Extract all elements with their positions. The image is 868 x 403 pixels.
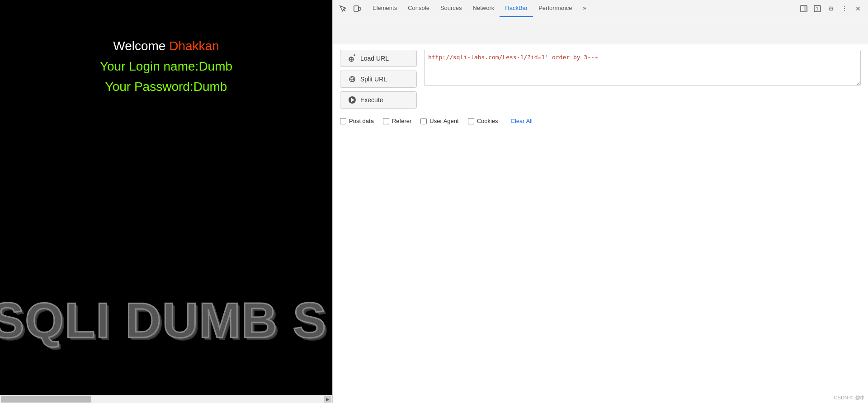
- scrollbar-thumb[interactable]: [1, 396, 91, 403]
- csdn-watermark: CSDN © 滋味: [834, 394, 864, 401]
- split-url-label: Split URL: [360, 76, 387, 83]
- toolbar-right-icons: 1 ⚙ ⋮ ✕: [797, 2, 864, 15]
- scroll-right-arrow[interactable]: ▶: [324, 396, 331, 403]
- user-agent-checkbox[interactable]: [420, 118, 427, 124]
- hackbar-button-group: Load URL Split URL: [340, 50, 417, 109]
- tab-console[interactable]: Console: [402, 0, 435, 17]
- referer-label: Referer: [392, 118, 411, 124]
- cursor-tool-icon[interactable]: [336, 2, 349, 15]
- svg-text:1: 1: [816, 6, 819, 11]
- device-toggle-icon[interactable]: [351, 2, 363, 15]
- tab-sources[interactable]: Sources: [435, 0, 467, 17]
- url-input[interactable]: [424, 50, 861, 86]
- more-options-icon[interactable]: ⋮: [838, 2, 851, 15]
- split-url-button[interactable]: Split URL: [340, 71, 417, 88]
- console-badge-area: 1: [811, 2, 824, 15]
- sqli-logo: SQLI DUMB S: [0, 291, 327, 349]
- referer-option[interactable]: Referer: [383, 118, 411, 124]
- load-url-button[interactable]: Load URL: [340, 50, 417, 67]
- cookies-option[interactable]: Cookies: [468, 118, 498, 124]
- tab-network[interactable]: Network: [467, 0, 500, 17]
- post-data-label: Post data: [349, 118, 374, 124]
- devtools-toolbar: Elements Console Sources Network HackBar…: [333, 0, 868, 17]
- svg-line-0: [344, 9, 345, 11]
- svg-rect-4: [804, 5, 807, 12]
- devtools-tabs: Elements Console Sources Network HackBar…: [367, 0, 796, 17]
- devtools-main-content: [333, 128, 868, 403]
- hackbar-options-row: Post data Referer User Agent Cookies Cle…: [333, 114, 868, 128]
- welcome-label: Welcome Dhakkan: [113, 39, 219, 53]
- password-info: Your Password:Dumb: [100, 77, 232, 97]
- post-data-option[interactable]: Post data: [340, 118, 374, 124]
- svg-rect-2: [359, 7, 360, 10]
- execute-icon: [348, 95, 357, 104]
- referer-checkbox[interactable]: [383, 118, 389, 124]
- cookies-label: Cookies: [477, 118, 498, 124]
- svg-rect-1: [354, 6, 359, 11]
- settings-icon[interactable]: ⚙: [825, 2, 837, 15]
- clear-all-button[interactable]: Clear All: [511, 118, 533, 124]
- devtools-panel: Elements Console Sources Network HackBar…: [332, 0, 868, 403]
- hackbar-url-row: Load URL Split URL: [333, 44, 868, 114]
- welcome-name: Dhakkan: [169, 39, 219, 53]
- tab-performance[interactable]: Performance: [533, 0, 577, 17]
- hackbar-separator: [333, 17, 868, 44]
- tab-elements[interactable]: Elements: [367, 0, 402, 17]
- close-devtools-icon[interactable]: ✕: [852, 2, 864, 15]
- welcome-section: Welcome Dhakkan Your Login name:Dumb You…: [100, 36, 232, 97]
- horizontal-scrollbar[interactable]: ▶: [0, 395, 332, 403]
- load-url-icon: [348, 54, 357, 63]
- console-badge-icon[interactable]: 1: [811, 2, 824, 15]
- tab-more[interactable]: »: [578, 0, 592, 17]
- tab-hackbar[interactable]: HackBar: [500, 0, 533, 17]
- login-info: Your Login name:Dumb: [100, 57, 232, 77]
- execute-button[interactable]: Execute: [340, 91, 417, 109]
- load-url-label: Load URL: [360, 55, 389, 62]
- cookies-checkbox[interactable]: [468, 118, 474, 124]
- post-data-checkbox[interactable]: [340, 118, 346, 124]
- split-url-icon: [348, 75, 357, 84]
- dock-icon[interactable]: [797, 2, 810, 15]
- user-agent-label: User Agent: [429, 118, 458, 124]
- execute-label: Execute: [360, 96, 383, 104]
- user-agent-option[interactable]: User Agent: [420, 118, 458, 124]
- browser-content: Welcome Dhakkan Your Login name:Dumb You…: [0, 0, 332, 403]
